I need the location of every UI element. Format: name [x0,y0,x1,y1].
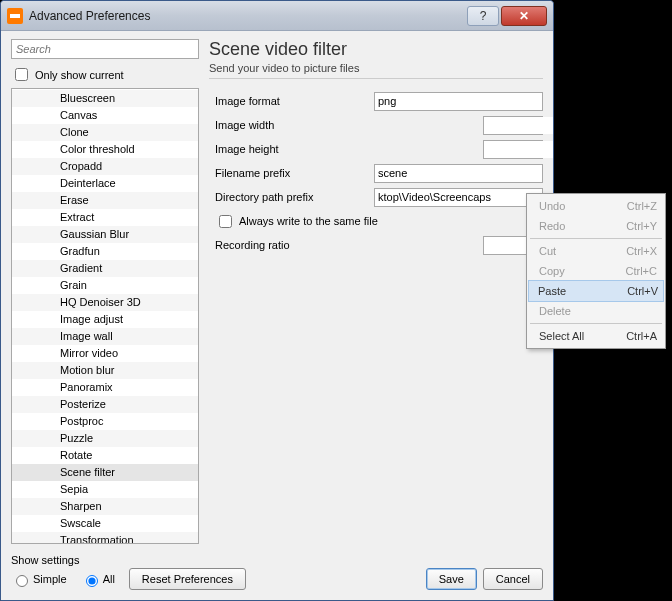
tree-item[interactable]: Grain [12,277,198,294]
tree-item[interactable]: Cropadd [12,158,198,175]
tree-item[interactable]: Erase [12,192,198,209]
row-image-height: Image height ▲▼ [209,137,543,161]
label-dir-prefix: Directory path prefix [209,191,374,203]
input-dir-prefix[interactable] [374,188,543,207]
tree-item[interactable]: Canvas [12,107,198,124]
input-image-width[interactable] [484,117,553,134]
tree-item[interactable]: Color threshold [12,141,198,158]
context-menu: Undo Ctrl+Z Redo Ctrl+Y Cut Ctrl+X Copy … [526,193,666,349]
cm-delete[interactable]: Delete [529,301,663,321]
tree-item[interactable]: Transformation [12,532,198,544]
label-always-write: Always write to the same file [239,215,378,227]
tree-item[interactable]: Clone [12,124,198,141]
cm-copy[interactable]: Copy Ctrl+C [529,261,663,281]
tree-item[interactable]: Extract [12,209,198,226]
cm-paste[interactable]: Paste Ctrl+V [528,280,664,302]
label-image-height: Image height [209,143,374,155]
label-image-format: Image format [209,95,374,107]
tree-item[interactable]: Image adjust [12,311,198,328]
cm-separator [530,238,662,239]
tree-item[interactable]: Panoramix [12,379,198,396]
tree-item[interactable]: Gradient [12,260,198,277]
input-filename-prefix[interactable] [374,164,543,183]
tree-item[interactable]: Mirror video [12,345,198,362]
window-title: Advanced Preferences [29,9,467,23]
row-always-write: Always write to the same file [209,209,543,233]
row-filename-prefix: Filename prefix [209,161,543,185]
close-button[interactable]: ✕ [501,6,547,26]
cm-undo[interactable]: Undo Ctrl+Z [529,196,663,216]
section-title: Scene video filter [209,39,543,60]
titlebar: Advanced Preferences ? ✕ [1,1,553,31]
input-image-height[interactable] [484,141,553,158]
tree-item[interactable]: HQ Denoiser 3D [12,294,198,311]
cm-separator [530,323,662,324]
tree-item[interactable]: Rotate [12,447,198,464]
only-show-current-checkbox[interactable] [15,68,28,81]
dialog-body: Only show current BluescreenCanvasCloneC… [1,31,553,550]
footer: Show settings Simple All Reset Preferenc… [1,550,553,600]
checkbox-always-write[interactable] [219,215,232,228]
section-subtitle: Send your video to picture files [209,62,543,79]
app-icon [7,8,23,24]
save-button[interactable]: Save [426,568,477,590]
cm-cut[interactable]: Cut Ctrl+X [529,241,663,261]
tree-item[interactable]: Deinterlace [12,175,198,192]
tree-item[interactable]: Motion blur [12,362,198,379]
tree-item[interactable]: Puzzle [12,430,198,447]
input-image-format[interactable] [374,92,543,111]
tree-item[interactable]: Swscale [12,515,198,532]
radio-simple-label: Simple [33,573,67,585]
radio-simple[interactable] [16,575,28,587]
spin-image-width[interactable]: ▲▼ [483,116,543,135]
tree-item[interactable]: Bluescreen [12,90,198,107]
cm-redo[interactable]: Redo Ctrl+Y [529,216,663,236]
left-pane: Only show current BluescreenCanvasCloneC… [11,39,199,544]
preferences-window: Advanced Preferences ? ✕ Only show curre… [0,0,554,601]
only-show-current-label: Only show current [35,69,124,81]
row-image-width: Image width ▲▼ [209,113,543,137]
reset-preferences-button[interactable]: Reset Preferences [129,568,246,590]
tree-item[interactable]: Postproc [12,413,198,430]
only-show-current[interactable]: Only show current [11,65,199,84]
radio-simple-group[interactable]: Simple [11,572,67,587]
preferences-tree[interactable]: BluescreenCanvasCloneColor thresholdCrop… [11,88,199,544]
tree-item[interactable]: Sharpen [12,498,198,515]
right-pane: Scene video filter Send your video to pi… [209,39,543,544]
row-image-format: Image format [209,89,543,113]
titlebar-controls: ? ✕ [467,6,547,26]
radio-all-group[interactable]: All [81,572,115,587]
radio-all[interactable] [86,575,98,587]
label-recording-ratio: Recording ratio [209,239,374,251]
cancel-button[interactable]: Cancel [483,568,543,590]
radio-all-label: All [103,573,115,585]
tree-item[interactable]: Gaussian Blur [12,226,198,243]
tree-item[interactable]: Image wall [12,328,198,345]
tree-item[interactable]: Sepia [12,481,198,498]
tree-item[interactable]: Scene filter [12,464,198,481]
search-input[interactable] [11,39,199,59]
row-dir-prefix: Directory path prefix [209,185,543,209]
tree-item[interactable]: Gradfun [12,243,198,260]
spin-image-height[interactable]: ▲▼ [483,140,543,159]
label-filename-prefix: Filename prefix [209,167,374,179]
cm-select-all[interactable]: Select All Ctrl+A [529,326,663,346]
show-settings-label: Show settings [11,554,543,566]
help-button[interactable]: ? [467,6,499,26]
label-image-width: Image width [209,119,374,131]
tree-item[interactable]: Posterize [12,396,198,413]
row-recording-ratio: Recording ratio ▲▼ [209,233,543,257]
